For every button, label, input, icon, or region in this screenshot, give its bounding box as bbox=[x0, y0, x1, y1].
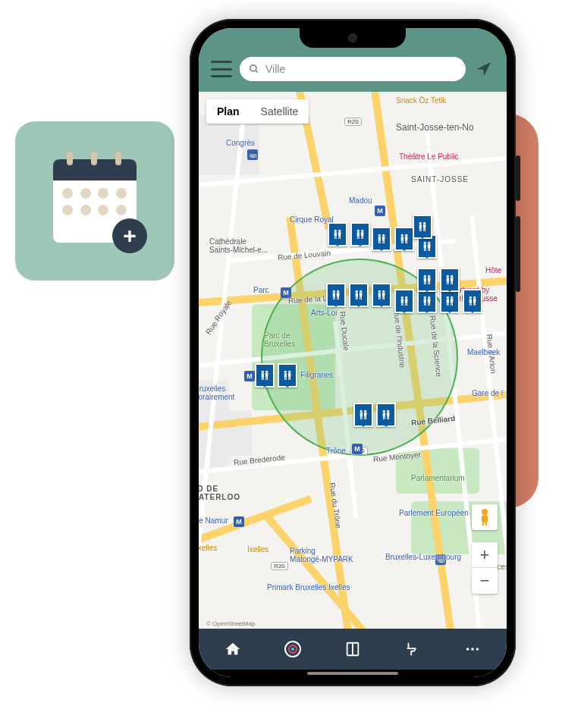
svg-rect-110 bbox=[263, 378, 264, 380]
svg-point-93 bbox=[424, 275, 426, 278]
svg-rect-53 bbox=[356, 297, 356, 300]
tab-plan[interactable]: Plan bbox=[206, 99, 250, 124]
phone-side-button bbox=[516, 216, 520, 292]
toilet-marker[interactable] bbox=[278, 363, 297, 388]
route-shield: R20 bbox=[344, 118, 362, 126]
svg-point-69 bbox=[405, 297, 407, 299]
toilet-marker[interactable] bbox=[440, 268, 460, 292]
phone-notch bbox=[300, 28, 406, 48]
svg-point-86 bbox=[469, 297, 472, 299]
plus-icon: + bbox=[112, 218, 147, 253]
svg-rect-87 bbox=[469, 299, 472, 303]
poi-label: Hôte bbox=[485, 266, 501, 275]
area-label: Saint-Josse-ten-No bbox=[396, 122, 474, 133]
svg-rect-109 bbox=[262, 378, 262, 380]
menu-button[interactable] bbox=[211, 61, 232, 77]
zoom-in-button[interactable]: + bbox=[472, 542, 498, 568]
tab-satellite[interactable]: Satellite bbox=[250, 99, 309, 124]
svg-rect-126 bbox=[364, 417, 365, 419]
poi-label: Trône bbox=[326, 447, 346, 455]
svg-rect-123 bbox=[360, 417, 361, 419]
svg-point-16 bbox=[378, 234, 381, 237]
svg-point-41 bbox=[423, 222, 425, 224]
toilet-marker[interactable] bbox=[328, 222, 347, 246]
svg-point-111 bbox=[265, 371, 268, 373]
phone-screen: Ville bbox=[199, 28, 507, 677]
svg-rect-22 bbox=[384, 241, 385, 243]
poi-label: Parc bbox=[253, 286, 269, 294]
svg-line-1 bbox=[256, 71, 258, 73]
svg-rect-26 bbox=[403, 241, 403, 243]
locate-me-button[interactable] bbox=[473, 58, 495, 80]
route-shield: R20 bbox=[271, 562, 288, 570]
svg-point-97 bbox=[428, 275, 430, 278]
toilet-marker[interactable] bbox=[394, 227, 414, 251]
map-view[interactable]: R20 R20 R20 🚌 M M M M 🚌 M Snack Öz Tetik… bbox=[199, 92, 507, 629]
park-label: Parc de Bruxelles bbox=[264, 331, 295, 348]
svg-rect-57 bbox=[361, 297, 362, 300]
svg-rect-7 bbox=[338, 237, 339, 239]
svg-rect-40 bbox=[421, 229, 422, 231]
svg-rect-116 bbox=[284, 378, 285, 380]
toilet-marker[interactable] bbox=[463, 289, 482, 313]
toilet-marker[interactable] bbox=[353, 403, 373, 427]
nav-toilet[interactable] bbox=[402, 639, 423, 660]
svg-rect-115 bbox=[284, 373, 287, 377]
svg-rect-105 bbox=[451, 282, 451, 284]
svg-rect-64 bbox=[384, 297, 385, 300]
svg-point-62 bbox=[382, 290, 385, 293]
nav-record[interactable] bbox=[282, 639, 303, 660]
svg-rect-15 bbox=[363, 237, 363, 239]
svg-rect-10 bbox=[357, 232, 360, 236]
svg-point-0 bbox=[250, 65, 256, 71]
svg-rect-124 bbox=[362, 417, 363, 419]
svg-point-6 bbox=[338, 230, 341, 232]
svg-point-146 bbox=[476, 648, 479, 651]
svg-rect-134 bbox=[388, 417, 389, 419]
toilet-marker[interactable] bbox=[413, 215, 432, 239]
svg-point-135 bbox=[482, 509, 488, 515]
svg-point-144 bbox=[466, 648, 469, 651]
svg-rect-113 bbox=[267, 378, 268, 380]
nav-more[interactable] bbox=[462, 639, 483, 660]
poi-label: Maelbeek bbox=[467, 348, 500, 356]
svg-point-125 bbox=[364, 410, 366, 413]
zoom-out-button[interactable]: − bbox=[472, 568, 498, 594]
svg-rect-24 bbox=[401, 237, 403, 240]
svg-rect-96 bbox=[425, 282, 426, 284]
svg-rect-33 bbox=[425, 249, 426, 251]
svg-point-44 bbox=[333, 290, 335, 293]
metro-icon: M bbox=[352, 444, 363, 454]
toilet-marker[interactable] bbox=[372, 283, 391, 307]
toilet-marker[interactable] bbox=[394, 289, 414, 313]
svg-rect-61 bbox=[380, 297, 381, 300]
toilet-marker[interactable] bbox=[255, 363, 275, 388]
nav-notes[interactable] bbox=[342, 639, 363, 660]
svg-point-104 bbox=[451, 275, 453, 278]
nav-home[interactable] bbox=[222, 639, 243, 660]
toilet-marker[interactable] bbox=[350, 222, 370, 246]
svg-point-51 bbox=[356, 290, 358, 293]
svg-point-58 bbox=[378, 290, 381, 293]
toilet-marker[interactable] bbox=[417, 268, 437, 292]
svg-rect-137 bbox=[482, 521, 484, 526]
toilet-marker[interactable] bbox=[326, 283, 346, 307]
search-input[interactable]: Ville bbox=[240, 57, 466, 81]
svg-rect-80 bbox=[447, 299, 449, 303]
svg-rect-60 bbox=[378, 297, 379, 300]
svg-rect-108 bbox=[262, 373, 264, 377]
pegman-icon bbox=[477, 508, 492, 526]
svg-rect-8 bbox=[340, 237, 341, 239]
svg-rect-45 bbox=[333, 293, 335, 297]
search-icon bbox=[249, 64, 259, 74]
svg-rect-92 bbox=[475, 303, 476, 306]
poi-label: Primark Bruxelles Ixelles bbox=[267, 583, 350, 592]
toilet-marker[interactable] bbox=[349, 283, 369, 307]
streetview-pegman[interactable] bbox=[472, 504, 498, 530]
toilet-marker[interactable] bbox=[372, 227, 391, 251]
toilet-marker[interactable] bbox=[376, 403, 396, 427]
svg-rect-91 bbox=[473, 303, 474, 306]
svg-rect-54 bbox=[357, 297, 358, 300]
svg-rect-35 bbox=[428, 249, 429, 251]
svg-point-72 bbox=[424, 297, 426, 299]
